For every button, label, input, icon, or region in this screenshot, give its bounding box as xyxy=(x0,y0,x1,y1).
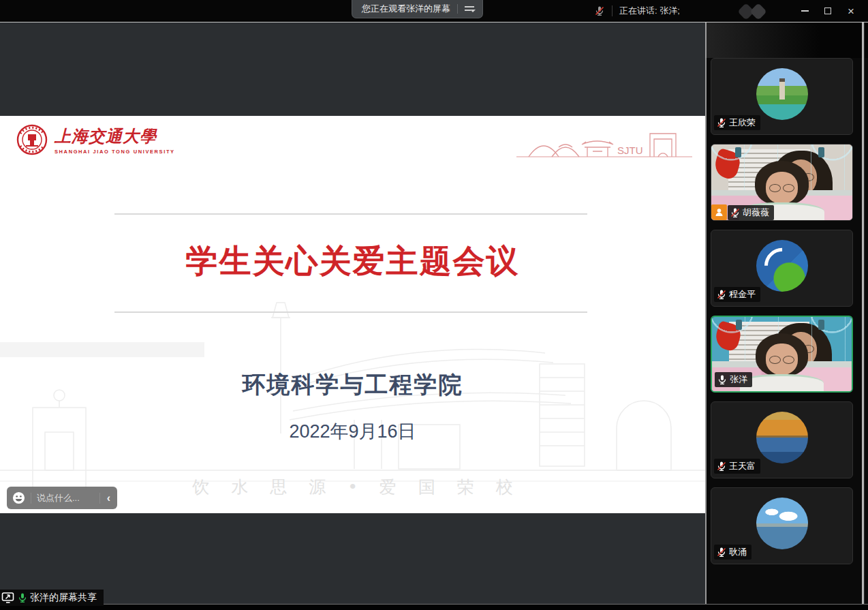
mic-icon xyxy=(716,547,727,558)
minimize-button[interactable] xyxy=(793,0,816,22)
presentation-slide: 上海交通大學 SHANGHAI JIAO TONG UNIVERSITY SJT… xyxy=(0,116,705,513)
participant-tile[interactable]: 王天富 xyxy=(711,401,853,478)
mic-icon xyxy=(716,461,727,472)
participants-panel: 王欣荣 xyxy=(705,22,868,610)
participant-name-tag: 胡薇薇 xyxy=(728,205,774,220)
mic-active-icon xyxy=(17,592,28,603)
avatar xyxy=(756,68,808,120)
university-logo: 上海交通大學 SHANGHAI JIAO TONG UNIVERSITY xyxy=(16,124,175,155)
participant-name: 王欣荣 xyxy=(729,117,756,129)
divider-line-top xyxy=(114,213,587,215)
avatar xyxy=(756,412,808,463)
participant-tile[interactable]: 王欣荣 xyxy=(711,58,853,135)
avatar xyxy=(756,498,808,549)
participant-name-tag: 张洋 xyxy=(715,372,752,387)
skyline-sjtu-label: SJTU xyxy=(617,144,643,156)
university-name-en: SHANGHAI JIAO TONG UNIVERSITY xyxy=(55,149,175,155)
watching-screen-label: 您正在观看张洋的屏幕 xyxy=(362,3,450,15)
participant-name-tag: 程金平 xyxy=(714,287,760,302)
divider-line-bottom xyxy=(114,311,587,313)
participant-name: 程金平 xyxy=(729,288,756,301)
shared-screen-area: 上海交通大學 SHANGHAI JIAO TONG UNIVERSITY SJT… xyxy=(0,22,705,604)
titlebar-bottom-edge xyxy=(0,22,868,22)
participant-name-tag: 耿涌 xyxy=(714,545,751,560)
participant-tile[interactable]: 耿涌 xyxy=(711,487,853,564)
chat-collapse-button[interactable]: ‹ xyxy=(106,492,112,504)
slide-subtitle: 环境科学与工程学院 xyxy=(0,369,705,401)
panel-scrollbar[interactable] xyxy=(862,22,865,610)
chat-divider xyxy=(31,493,31,504)
participant-name-tag: 王欣荣 xyxy=(714,115,760,130)
slide-date: 2022年9月16日 xyxy=(0,419,705,444)
close-icon: × xyxy=(848,5,854,17)
university-seal-icon xyxy=(16,124,48,155)
slide-title: 学生关心关爱主题会议 xyxy=(0,240,705,283)
maximize-button[interactable] xyxy=(816,0,839,22)
meeting-window: 您正在观看张洋的屏幕 正在讲话: 张洋; × xyxy=(0,0,868,610)
participant-tile[interactable]: 程金平 xyxy=(711,230,853,307)
speaking-now-label: 正在讲话: 张洋; xyxy=(619,5,680,17)
window-titlebar: 您正在观看张洋的屏幕 正在讲话: 张洋; × xyxy=(0,0,868,22)
participant-name: 胡薇薇 xyxy=(743,207,769,219)
screen-share-status: 张洋的屏幕共享 xyxy=(0,590,104,606)
participant-name: 张洋 xyxy=(730,373,747,386)
list-dropdown-icon[interactable] xyxy=(465,5,476,13)
window-controls: × xyxy=(793,0,863,22)
screen-share-label: 张洋的屏幕共享 xyxy=(30,592,97,604)
emoji-icon[interactable] xyxy=(12,491,25,504)
pill-divider xyxy=(457,4,458,14)
mic-muted-icon xyxy=(594,5,605,16)
participant-name: 耿涌 xyxy=(729,546,747,558)
chat-input-bar[interactable]: 说点什么... ‹ xyxy=(7,487,117,509)
meeting-app-logo xyxy=(734,3,778,20)
campus-skyline-art: SJTU xyxy=(516,129,692,161)
titlebar-divider xyxy=(612,5,613,16)
university-name-cn: 上海交通大學 xyxy=(55,125,175,147)
participant-name: 王天富 xyxy=(729,460,756,472)
panel-resize-handle[interactable] xyxy=(705,22,707,610)
mic-icon xyxy=(716,289,727,300)
participant-tile[interactable]: 胡薇薇 xyxy=(711,144,853,221)
mic-icon xyxy=(730,207,741,218)
participant-tiles-list: 王欣荣 xyxy=(711,58,853,564)
close-button[interactable]: × xyxy=(839,0,863,22)
mic-icon xyxy=(717,374,728,385)
member-badge xyxy=(711,204,727,220)
minimize-icon xyxy=(801,10,809,12)
watching-screen-banner[interactable]: 您正在观看张洋的屏幕 xyxy=(352,0,483,18)
screen-share-icon xyxy=(1,592,15,604)
window-bottom-edge xyxy=(0,604,868,610)
speaker-status: 正在讲话: 张洋; xyxy=(594,0,680,22)
maximize-icon xyxy=(824,7,831,14)
mic-icon xyxy=(716,117,727,128)
participant-tile[interactable]: 张洋 xyxy=(711,316,853,393)
participant-name-tag: 王天富 xyxy=(714,459,760,474)
chat-divider xyxy=(99,493,100,504)
avatar xyxy=(756,240,808,292)
person-icon xyxy=(714,207,724,217)
chat-input-placeholder[interactable]: 说点什么... xyxy=(37,492,94,504)
